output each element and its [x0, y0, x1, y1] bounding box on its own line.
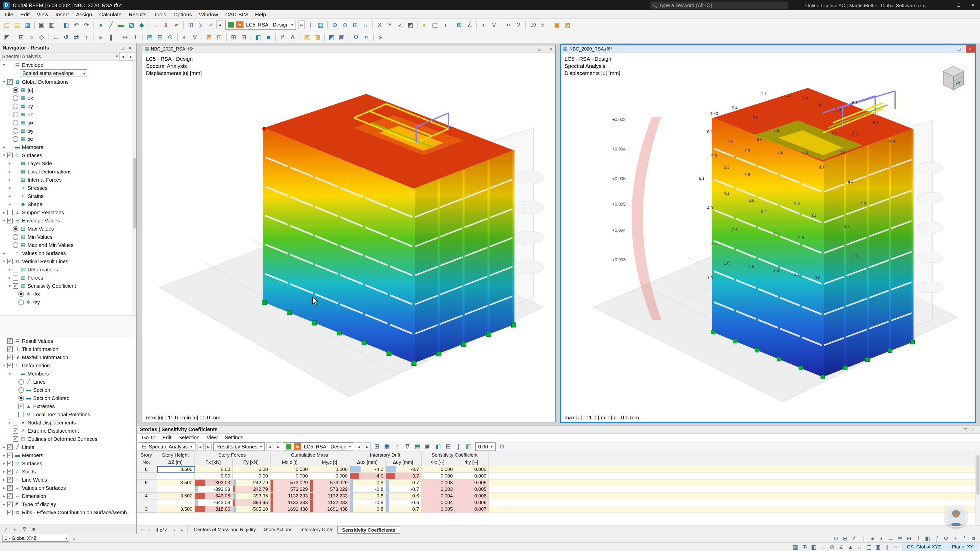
- tree-item[interactable]: ▸ ≈ Line Welds: [0, 475, 136, 484]
- filter-icon[interactable]: ∇: [489, 20, 499, 30]
- table-cell[interactable]: 0.000: [455, 473, 489, 480]
- tree-checkbox[interactable]: [7, 485, 13, 491]
- list-view-icon[interactable]: ≡: [818, 544, 827, 550]
- table-cell[interactable]: -505.60: [233, 506, 270, 513]
- menu-item[interactable]: Options: [170, 10, 195, 19]
- undo-icon[interactable]: ↶: [72, 20, 81, 30]
- tree-checkbox[interactable]: [13, 275, 18, 280]
- target-icon[interactable]: ⊙: [828, 544, 836, 550]
- table-cell[interactable]: 0.7: [386, 480, 422, 486]
- tree-expander-icon[interactable]: ▸: [7, 420, 12, 425]
- tree-checkbox[interactable]: [7, 354, 13, 360]
- tree-expander-icon[interactable]: ▾: [2, 259, 6, 264]
- minimize-button[interactable]: −: [937, 0, 951, 10]
- tree-expander-icon[interactable]: ▸: [7, 186, 12, 190]
- tree-checkbox[interactable]: [7, 477, 13, 483]
- tree-expander-icon[interactable]: ▸: [2, 453, 6, 457]
- panel-display-icon[interactable]: ✓: [2, 525, 10, 534]
- tree-checkbox[interactable]: [18, 291, 24, 297]
- column-header[interactable]: ΔZ [m]: [157, 459, 195, 466]
- tree-item[interactable]: ▤ Max Values: [0, 224, 136, 233]
- support-icon[interactable]: ⊥: [151, 20, 161, 30]
- viewport-maximize-button[interactable]: □: [535, 45, 544, 52]
- menu-item[interactable]: View: [33, 10, 52, 19]
- ortho-icon[interactable]: ∠: [850, 535, 859, 541]
- column-header[interactable]: Φy [--]: [455, 459, 489, 466]
- wireframe-icon[interactable]: ▢: [430, 20, 440, 30]
- print-preview-icon[interactable]: ▥: [47, 20, 57, 30]
- tree-item[interactable]: ▸ ▧ Layer Side: [0, 159, 136, 167]
- table-cell[interactable]: 1132.233: [270, 493, 310, 499]
- table-cell[interactable]: 643.08: [195, 493, 233, 499]
- tree-checkbox[interactable]: [7, 452, 13, 458]
- tree-expander-icon[interactable]: ▾: [2, 79, 6, 84]
- angle-snap-icon[interactable]: ∠: [837, 544, 845, 550]
- table-cell[interactable]: 0.8: [350, 493, 386, 499]
- table-cell[interactable]: 0.00: [233, 466, 270, 473]
- decimals-icon[interactable]: .10: [528, 20, 538, 30]
- parallel-view-icon[interactable]: ∥: [883, 544, 891, 550]
- layers-icon[interactable]: ▤: [145, 32, 155, 42]
- results-toggle-icon[interactable]: ∫: [932, 535, 941, 541]
- tree-expander-icon[interactable]: ▸: [7, 275, 12, 280]
- column-header[interactable]: No.: [137, 459, 157, 466]
- analysis-prev-button[interactable]: ◂: [119, 52, 126, 61]
- dimensions-toggle-icon[interactable]: ↦: [905, 535, 914, 541]
- tree-checkbox[interactable]: [13, 226, 18, 231]
- loadcase-next-button[interactable]: ▸: [364, 442, 370, 451]
- open-icon[interactable]: ▤: [12, 20, 22, 30]
- table-cell[interactable]: 0.000: [310, 473, 350, 480]
- clipping-plane-icon[interactable]: ⊠: [455, 20, 464, 30]
- half-view-icon[interactable]: ◧: [809, 544, 818, 550]
- results-next-button[interactable]: ▸: [275, 442, 282, 451]
- tree-item[interactable]: ▬ Section Colored: [0, 394, 136, 402]
- tree-checkbox[interactable]: [13, 420, 18, 425]
- viewport-minimize-button[interactable]: −: [943, 45, 953, 52]
- tree-item[interactable]: ▸ ▧ Local Deformations: [0, 167, 136, 176]
- pan-icon[interactable]: ↔: [361, 20, 370, 30]
- table-cell[interactable]: 0.6: [386, 493, 422, 499]
- tree-expander-icon[interactable]: ▸: [2, 494, 6, 498]
- tree-checkbox[interactable]: [7, 460, 13, 466]
- results-by-combo[interactable]: Results by Stories ▾: [213, 442, 265, 451]
- table-tab[interactable]: Sensitivity Coefficients: [337, 526, 400, 534]
- layers-toggle-icon[interactable]: ▤: [896, 535, 904, 541]
- panel-list-icon[interactable]: ≡: [30, 525, 38, 534]
- tree-item[interactable]: ▸ ⊥ Support Reactions: [0, 208, 136, 216]
- tree-item[interactable]: ▸ ↔ Dimension: [0, 492, 136, 500]
- tree-checkbox[interactable]: [7, 218, 13, 223]
- mesh-icon[interactable]: ⊞: [186, 20, 196, 30]
- table-cell[interactable]: 1132.233: [310, 493, 350, 499]
- table-cell[interactable]: -393.03: [195, 486, 233, 493]
- snap-icon[interactable]: ⊙: [165, 32, 175, 42]
- mirror-icon[interactable]: ⇄: [72, 32, 81, 42]
- menu-item[interactable]: Window: [196, 10, 222, 19]
- export-excel-icon[interactable]: ▤: [413, 441, 422, 451]
- parallel-icon[interactable]: ∥: [106, 32, 116, 42]
- table-cell[interactable]: 0.8: [350, 506, 386, 513]
- tree-expander-icon[interactable]: ▾: [2, 363, 6, 368]
- tree-expander-icon[interactable]: ▸: [2, 469, 6, 474]
- tree-item[interactable]: Φ Φx: [0, 290, 136, 298]
- tree-expander-icon[interactable]: ▸: [7, 169, 12, 174]
- tree-checkbox[interactable]: [7, 346, 13, 352]
- tree-checkbox[interactable]: [13, 87, 18, 93]
- loadcase-prev-button[interactable]: ◂: [355, 442, 362, 451]
- tree-item[interactable]: ▦ φy: [0, 127, 136, 135]
- units-icon[interactable]: ±: [538, 20, 548, 30]
- tree-item[interactable]: ▸ ε Strains: [0, 192, 136, 200]
- tree-item[interactable]: ▢ Outlines of Deformed Surfaces: [0, 435, 136, 443]
- tree-checkbox[interactable]: [7, 79, 13, 84]
- table-cell[interactable]: 573.029: [310, 486, 350, 493]
- table-cell[interactable]: -0.8: [350, 486, 386, 493]
- tree-expander-icon[interactable]: ▸: [2, 461, 6, 465]
- tree-item[interactable]: ▦ |u|: [0, 86, 136, 94]
- tree-expander-icon[interactable]: ▾: [7, 371, 12, 376]
- result-tables-icon[interactable]: ▦: [316, 20, 325, 30]
- table-cell[interactable]: 1691.438: [310, 506, 350, 513]
- table-cell[interactable]: 0.7: [386, 506, 422, 513]
- align-icon[interactable]: ≡: [96, 32, 106, 42]
- table-settings-icon[interactable]: ⊞: [372, 441, 382, 451]
- member-icon[interactable]: ▬: [116, 20, 126, 30]
- tree-checkbox[interactable]: [13, 95, 18, 101]
